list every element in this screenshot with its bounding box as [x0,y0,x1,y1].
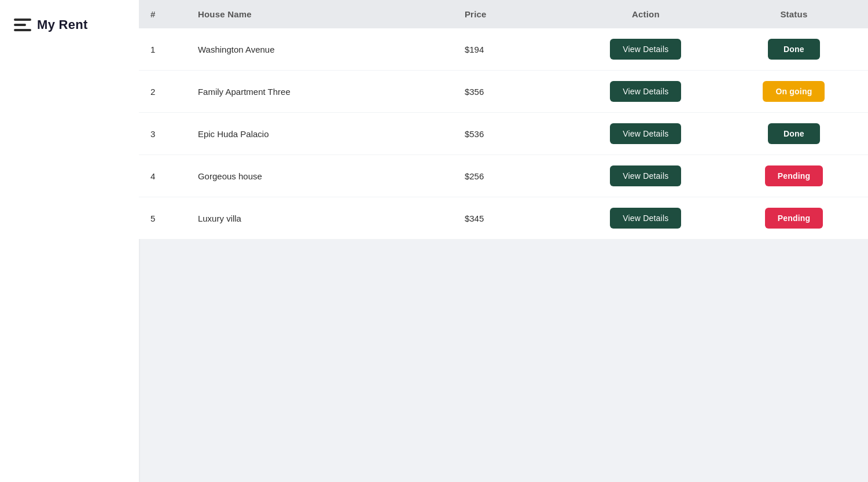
status-button-5[interactable]: Pending [765,208,823,229]
sidebar-title: My Rent [37,17,88,32]
cell-price-4: $256 [453,155,572,197]
view-details-button-1[interactable]: View Details [610,39,681,60]
view-details-button-3[interactable]: View Details [610,123,681,144]
sidebar: My Rent [0,0,139,482]
cell-status-1: Done [720,28,868,71]
cell-status-3: Done [720,113,868,155]
view-details-button-2[interactable]: View Details [610,81,681,102]
rent-table: # House Name Price Action Status 1 Washi… [139,0,868,239]
sidebar-logo: My Rent [0,12,139,50]
col-header-action: Action [572,0,720,28]
cell-name-3: Epic Huda Palacio [186,113,453,155]
cell-num-4: 4 [139,155,186,197]
cell-price-2: $356 [453,71,572,113]
table-row: 5 Luxury villa $345 View Details Pending [139,197,868,240]
cell-price-5: $345 [453,197,572,240]
cell-status-2: On going [720,71,868,113]
status-button-4[interactable]: Pending [765,165,823,186]
cell-name-5: Luxury villa [186,197,453,240]
cell-action-1: View Details [572,28,720,71]
cell-num-3: 3 [139,113,186,155]
cell-price-1: $194 [453,28,572,71]
cell-status-4: Pending [720,155,868,197]
cell-num-2: 2 [139,71,186,113]
cell-name-4: Gorgeous house [186,155,453,197]
rent-table-container: # House Name Price Action Status 1 Washi… [139,0,868,239]
cell-name-2: Family Apartment Three [186,71,453,113]
table-row: 4 Gorgeous house $256 View Details Pendi… [139,155,868,197]
table-header-row: # House Name Price Action Status [139,0,868,28]
table-row: 3 Epic Huda Palacio $536 View Details Do… [139,113,868,155]
col-header-name: House Name [186,0,453,28]
table-row: 2 Family Apartment Three $356 View Detai… [139,71,868,113]
cell-num-1: 1 [139,28,186,71]
view-details-button-4[interactable]: View Details [610,165,681,186]
status-button-3[interactable]: Done [768,123,820,144]
status-button-2[interactable]: On going [763,81,825,102]
cell-action-5: View Details [572,197,720,240]
cell-action-2: View Details [572,71,720,113]
table-row: 1 Washington Avenue $194 View Details Do… [139,28,868,71]
main-content: # House Name Price Action Status 1 Washi… [139,0,868,482]
cell-num-5: 5 [139,197,186,240]
cell-status-5: Pending [720,197,868,240]
status-button-1[interactable]: Done [768,39,820,60]
view-details-button-5[interactable]: View Details [610,208,681,229]
cell-name-1: Washington Avenue [186,28,453,71]
cell-action-3: View Details [572,113,720,155]
col-header-price: Price [453,0,572,28]
menu-icon [14,19,31,31]
cell-action-4: View Details [572,155,720,197]
col-header-num: # [139,0,186,28]
cell-price-3: $536 [453,113,572,155]
col-header-status: Status [720,0,868,28]
